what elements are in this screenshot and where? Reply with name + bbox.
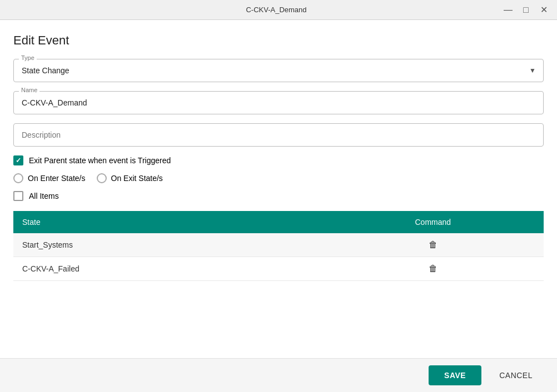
- on-exit-option[interactable]: On Exit State/s: [97, 173, 163, 183]
- name-label: Name: [19, 87, 39, 93]
- page-title: Edit Event: [13, 33, 544, 48]
- minimize-button[interactable]: —: [501, 3, 515, 17]
- type-select-wrapper: State ChangeActionCondition ▼: [13, 59, 544, 82]
- on-exit-radio[interactable]: [97, 173, 107, 183]
- exit-parent-row: ✓ Exit Parent state when event is Trigge…: [13, 155, 544, 165]
- all-items-label: All Items: [29, 192, 59, 200]
- states-table-container: State Command Start_Systems 🗑 C-CKV-A_Fa…: [13, 211, 544, 358]
- table-row: C-CKV-A_Failed 🗑: [13, 257, 544, 281]
- on-enter-label: On Enter State/s: [28, 174, 86, 183]
- content-area: Edit Event Type State ChangeActionCondit…: [0, 20, 557, 358]
- window-title: C-CKV-A_Demand: [51, 6, 501, 14]
- footer-bar: SAVE CANCEL: [0, 358, 557, 392]
- description-field: [13, 123, 544, 147]
- on-exit-label: On Exit State/s: [111, 174, 163, 183]
- state-radio-row: On Enter State/s On Exit State/s: [13, 173, 544, 183]
- table-body: Start_Systems 🗑 C-CKV-A_Failed 🗑: [13, 233, 544, 281]
- command-column-header: Command: [322, 211, 544, 233]
- exit-parent-label: Exit Parent state when event is Triggere…: [29, 156, 171, 165]
- close-button[interactable]: ✕: [537, 3, 550, 17]
- on-enter-radio[interactable]: [13, 173, 23, 183]
- on-enter-option[interactable]: On Enter State/s: [13, 173, 86, 183]
- state-column-header: State: [13, 211, 322, 233]
- title-bar: C-CKV-A_Demand — □ ✕: [0, 0, 557, 20]
- save-button[interactable]: SAVE: [429, 365, 481, 385]
- state-cell: Start_Systems: [13, 233, 322, 257]
- name-input[interactable]: [13, 91, 544, 114]
- description-input[interactable]: [13, 123, 544, 147]
- checkmark-icon: ✓: [16, 157, 21, 164]
- type-select[interactable]: State ChangeActionCondition: [13, 59, 544, 82]
- command-cell: 🗑: [322, 233, 544, 257]
- all-items-row: All Items: [13, 191, 544, 201]
- window-controls: — □ ✕: [501, 3, 550, 17]
- type-label: Type: [19, 54, 37, 61]
- cancel-button[interactable]: CANCEL: [488, 365, 544, 385]
- exit-parent-checkbox[interactable]: ✓: [13, 155, 23, 165]
- all-items-checkbox[interactable]: [13, 191, 23, 201]
- states-table: State Command Start_Systems 🗑 C-CKV-A_Fa…: [13, 211, 544, 281]
- name-field: Name: [13, 91, 544, 114]
- command-cell: 🗑: [322, 257, 544, 281]
- delete-icon[interactable]: 🗑: [429, 264, 437, 273]
- table-header-row: State Command: [13, 211, 544, 233]
- state-cell: C-CKV-A_Failed: [13, 257, 322, 281]
- delete-icon[interactable]: 🗑: [429, 240, 437, 249]
- maximize-button[interactable]: □: [519, 3, 533, 17]
- main-window: C-CKV-A_Demand — □ ✕ Edit Event Type Sta…: [0, 0, 557, 392]
- table-row: Start_Systems 🗑: [13, 233, 544, 257]
- type-field: Type State ChangeActionCondition ▼: [13, 59, 544, 82]
